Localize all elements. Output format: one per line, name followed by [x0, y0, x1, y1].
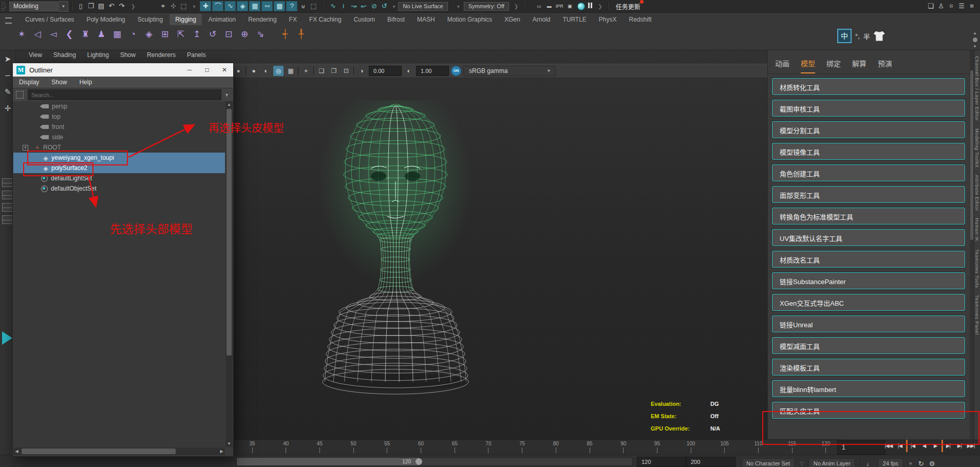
- rigging-tool-icon[interactable]: ⇱: [175, 28, 187, 41]
- tool-button[interactable]: 模型镜像工具: [772, 143, 965, 160]
- material-preview-icon[interactable]: [577, 3, 585, 10]
- tool-button[interactable]: 材质转化工具: [772, 78, 965, 95]
- tool-button[interactable]: 匹配头皮工具: [772, 402, 965, 419]
- sidebar-vertical-tab[interactable]: Human IK: [974, 218, 980, 241]
- playback-button[interactable]: ▶|: [941, 440, 953, 452]
- sidebar-vertical-tab[interactable]: Teamones Tools: [974, 249, 980, 288]
- rigging-tool-icon[interactable]: ⇘: [254, 28, 267, 41]
- rigging-tool-icon[interactable]: ╀: [295, 28, 307, 41]
- lighting-icon[interactable]: ●: [249, 66, 259, 76]
- node-label[interactable]: polySurface2: [51, 164, 87, 172]
- file-ops-icon[interactable]: ↶: [107, 2, 116, 11]
- lighting-icon[interactable]: ◐: [261, 66, 271, 76]
- task-update-button[interactable]: 任务更新: [616, 2, 640, 11]
- isolate-icon[interactable]: ⊡: [341, 66, 351, 76]
- render-icon[interactable]: IPR: [555, 2, 564, 11]
- node-label[interactable]: ROOT: [43, 144, 61, 151]
- workspace-icon[interactable]: ♙: [936, 2, 946, 11]
- scroll-up-icon[interactable]: ▲: [973, 31, 977, 35]
- tool-button[interactable]: 材质改名工具: [772, 251, 965, 268]
- scroll-right-icon[interactable]: ▶: [218, 447, 225, 455]
- scroll-left-icon[interactable]: ◀: [13, 447, 20, 455]
- node-label[interactable]: defaultLightSet: [51, 175, 92, 182]
- file-ops-icon[interactable]: ▤: [97, 2, 106, 11]
- playback-button[interactable]: ◀: [919, 440, 929, 452]
- rigging-tool-icon[interactable]: ❮: [63, 28, 76, 41]
- construction-history-icon[interactable]: ∿: [328, 2, 337, 11]
- scroll-down-icon[interactable]: ▼: [973, 44, 977, 49]
- menu-set-selector[interactable]: Modeling ▼: [9, 1, 68, 12]
- playback-button[interactable]: ▶▶|: [966, 440, 976, 452]
- file-ops-icon[interactable]: ❐: [86, 2, 96, 11]
- character-set-dropdown[interactable]: No Character Set: [742, 458, 795, 467]
- shelf-tab[interactable]: Custom: [348, 14, 381, 25]
- node-label[interactable]: side: [52, 134, 63, 141]
- file-ops-icon[interactable]: ↷: [117, 2, 126, 11]
- live-surface-field[interactable]: No Live Surface: [398, 2, 447, 11]
- highlight-selection-icon[interactable]: ⬚: [309, 2, 318, 11]
- selection-mode-icon[interactable]: ⊹: [168, 2, 178, 11]
- snap-icon[interactable]: ▩: [274, 1, 285, 11]
- outliner-item[interactable]: + defaultLightSet: [13, 173, 225, 183]
- outliner-menu-item[interactable]: Help: [79, 79, 92, 86]
- shelf-tab[interactable]: Rendering: [242, 14, 282, 25]
- sidebar-vertical-tab[interactable]: Modeling Toolkit: [974, 128, 980, 167]
- selection-mode-icon[interactable]: ⬚: [179, 2, 188, 11]
- render-icon[interactable]: ▭: [534, 2, 543, 11]
- tool-button[interactable]: 模型减面工具: [772, 337, 965, 354]
- select-icon[interactable]: ⌖: [301, 66, 311, 76]
- tool-button[interactable]: 截图审核工具: [772, 100, 965, 117]
- snap-icon[interactable]: ◈: [237, 1, 248, 11]
- collapse-arrow-icon[interactable]: ❯: [514, 4, 518, 9]
- scrollbar-thumb[interactable]: [22, 449, 176, 454]
- tool-button[interactable]: 转换角色为标准模型工具: [772, 208, 965, 225]
- search-input[interactable]: [28, 89, 221, 100]
- loop-icon[interactable]: ↻: [918, 460, 924, 467]
- tools-panel-tab[interactable]: 预演: [878, 58, 892, 74]
- tool-button[interactable]: 批量blinn转lambert: [772, 380, 965, 397]
- expand-icon[interactable]: +: [23, 145, 28, 151]
- layout-outliner-pane-button[interactable]: [2, 215, 13, 224]
- node-label[interactable]: persp: [52, 103, 67, 110]
- snap-icon[interactable]: ⌒: [212, 1, 223, 11]
- lighting-icon[interactable]: ▦: [286, 66, 296, 76]
- menu-set-value[interactable]: Modeling: [9, 2, 58, 11]
- node-label[interactable]: top: [52, 113, 61, 120]
- scroll-dot-icon[interactable]: [973, 38, 977, 42]
- preferences-gear-icon[interactable]: ⚙: [929, 460, 935, 467]
- layout-split-pane-button[interactable]: [2, 203, 13, 212]
- color-management-toggle[interactable]: ON: [451, 66, 461, 76]
- sidebar-vertical-tab[interactable]: Channel Box / Layer Editor: [974, 56, 980, 121]
- file-ops-icon[interactable]: ▯: [76, 2, 85, 11]
- viewport-icon[interactable]: ●: [233, 66, 243, 76]
- panel-menu-item[interactable]: Renderers: [147, 51, 176, 63]
- panel-menu-item[interactable]: Shading: [53, 51, 76, 63]
- rigging-tool-icon[interactable]: ↥: [191, 28, 203, 41]
- sidebar-vertical-tab[interactable]: Teamones Panel: [974, 295, 980, 335]
- outliner-item[interactable]: + ➢ ROOT: [13, 142, 225, 153]
- range-slider-track[interactable]: 120: [236, 457, 633, 466]
- chevron-down-icon[interactable]: ▼: [224, 92, 229, 98]
- playback-button[interactable]: ▶|: [954, 440, 965, 452]
- scroll-up-icon[interactable]: ▲: [225, 101, 233, 108]
- outliner-vertical-scrollbar[interactable]: ▲ ▼: [225, 101, 233, 447]
- wireframe-head-model[interactable]: [308, 100, 483, 398]
- outliner-menu-item[interactable]: Show: [51, 79, 67, 86]
- node-label[interactable]: yeweiyang_xgen_toupi: [51, 154, 114, 161]
- fps-dropdown[interactable]: 24 fps: [878, 458, 903, 467]
- sidebar-vertical-tab[interactable]: Attribute Editor: [974, 175, 980, 211]
- shelf-tab[interactable]: Redshift: [624, 14, 657, 25]
- isolate-icon[interactable]: ❐: [329, 66, 339, 76]
- collapse-arrow-icon[interactable]: ❯: [131, 4, 135, 9]
- rigging-tool-icon[interactable]: ⊡: [222, 28, 235, 41]
- rigging-tool-icon[interactable]: ⊕: [238, 28, 251, 41]
- construction-history-icon[interactable]: ↜: [359, 2, 368, 11]
- rigging-tool-icon[interactable]: ◁: [31, 28, 44, 41]
- chevron-down-icon[interactable]: ▾: [193, 4, 195, 9]
- maximize-button[interactable]: □: [198, 63, 216, 77]
- tool-button[interactable]: 链接Unreal: [772, 315, 965, 332]
- construction-history-icon[interactable]: ⊘: [369, 2, 379, 11]
- shelf-tab[interactable]: TURTLE: [557, 14, 592, 25]
- playback-button[interactable]: |◀: [906, 440, 918, 452]
- shelf-tab[interactable]: Animation: [203, 14, 241, 25]
